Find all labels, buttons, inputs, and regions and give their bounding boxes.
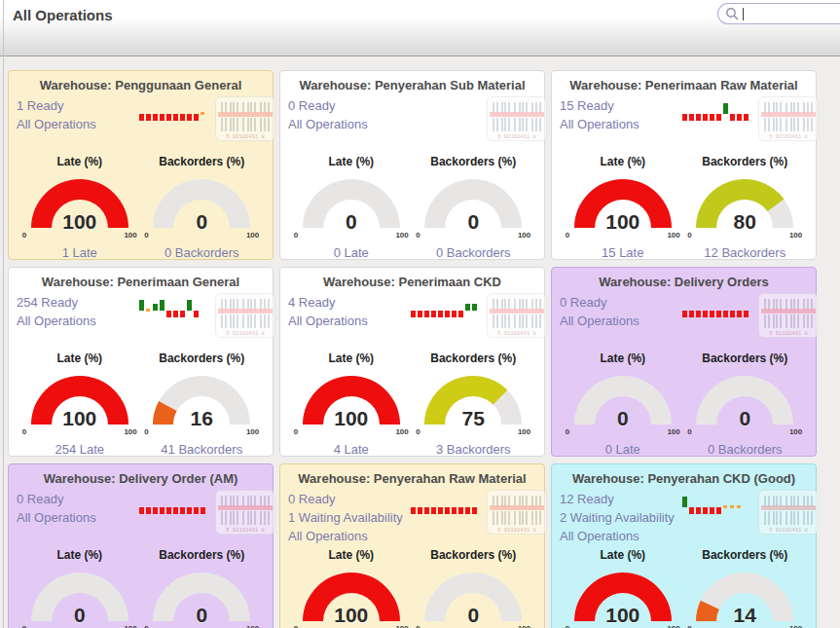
- card-link[interactable]: 0 Ready: [288, 492, 411, 506]
- card-link[interactable]: All Operations: [288, 117, 411, 131]
- backorders-gauge-chart: 0: [143, 568, 260, 623]
- barcode-image: 5 92102431 8: [487, 490, 547, 535]
- warehouse-kanban-card[interactable]: Warehouse: Penyerahan Sub Material 0 Rea…: [279, 70, 545, 260]
- backorders-gauge-value: 0: [686, 407, 803, 430]
- warehouse-kanban-card[interactable]: Warehouse: Penerimaan General 254 ReadyA…: [8, 267, 274, 457]
- backorders-gauge-chart: 0: [415, 174, 531, 230]
- card-link[interactable]: All Operations: [560, 529, 682, 543]
- activity-sparkline: [139, 495, 215, 528]
- operation-links: 0 ReadyAll Operations: [17, 490, 139, 544]
- card-link[interactable]: 4 Ready: [288, 295, 411, 310]
- backorders-gauge-chart: 75: [415, 371, 531, 426]
- laser-line: [490, 309, 544, 314]
- operation-links: 0 ReadyAll Operations: [560, 293, 682, 348]
- card-link[interactable]: All Operations: [17, 510, 139, 525]
- backorders-count-link[interactable]: 0 Backorders: [413, 245, 535, 260]
- backorders-count-link[interactable]: 12 Backorders: [684, 245, 807, 260]
- late-gauge-chart: 0: [565, 371, 681, 426]
- barcode-digits: 5 92102431 8: [497, 527, 536, 534]
- card-link[interactable]: All Operations: [560, 117, 682, 131]
- late-count-link[interactable]: 15 Late: [562, 245, 684, 260]
- late-count-link[interactable]: 0 Late: [290, 245, 413, 260]
- warehouse-kanban-card[interactable]: Warehouse: Delivery Orders 0 ReadyAll Op…: [551, 267, 817, 457]
- backorders-count-link[interactable]: 0 Backorders: [684, 442, 807, 457]
- card-link[interactable]: All Operations: [288, 314, 411, 328]
- warehouse-kanban-card[interactable]: Warehouse: Penerimaan CKD 4 ReadyAll Ope…: [279, 267, 545, 457]
- backorders-gauge: Backorders (%) 16 0 100 41 Backorders: [141, 350, 264, 457]
- laser-line: [218, 505, 273, 510]
- card-link[interactable]: 254 Ready: [17, 295, 139, 310]
- gauges-row: Late (%) 100 0 100 15 Late Backorders (%…: [560, 153, 808, 260]
- laser-line: [218, 309, 273, 314]
- operation-links: 0 Ready1 Waiting AvailabilityAll Operati…: [288, 490, 411, 544]
- late-gauge: Late (%) 0 0 100 0 Late: [562, 350, 684, 457]
- late-gauge-chart: 100: [565, 174, 681, 230]
- late-gauge-chart: 100: [21, 371, 138, 426]
- card-link[interactable]: All Operations: [17, 314, 139, 328]
- late-count-link[interactable]: 4 Late: [290, 442, 413, 457]
- card-link[interactable]: 12 Ready: [560, 492, 682, 506]
- card-title: Warehouse: Penyerahan CKD (Good): [560, 471, 808, 486]
- activity-sparkline: [139, 298, 215, 331]
- page-title: All Operations: [0, 0, 840, 23]
- backorders-gauge-chart: 0: [143, 174, 260, 230]
- warehouse-kanban-card[interactable]: Warehouse: Penyerahan Raw Material 0 Rea…: [279, 463, 545, 628]
- backorders-gauge-value: 0: [143, 604, 260, 627]
- card-title: Warehouse: Penerimaan CKD: [288, 275, 536, 289]
- warehouse-kanban-card[interactable]: Warehouse: Penggunaan General 1 ReadyAll…: [8, 70, 274, 260]
- gauges-row: Late (%) 100 0 100 1 Late Backorders (%)…: [17, 153, 265, 260]
- backorders-gauge-label: Backorders (%): [684, 351, 807, 365]
- gauges-row: Late (%) 0 0 100 Backorders (%) 0: [17, 546, 265, 628]
- laser-line: [490, 112, 544, 117]
- gauges-row: Late (%) 100 0 100 Backorders (%) 0: [288, 546, 536, 628]
- card-top: 1 ReadyAll Operations: [17, 96, 265, 151]
- late-gauge-label: Late (%): [562, 548, 684, 562]
- left-divider: [3, 0, 4, 628]
- card-link[interactable]: All Operations: [560, 314, 682, 328]
- card-link[interactable]: 1 Ready: [17, 98, 139, 113]
- late-count-link[interactable]: 0 Late: [562, 442, 684, 457]
- late-gauge-value: 0: [293, 210, 410, 234]
- late-gauge: Late (%) 100 0 100 4 Late: [290, 350, 413, 457]
- backorders-gauge: Backorders (%) 0 0 100 0 Backorders: [141, 153, 264, 260]
- backorders-gauge-value: 0: [415, 604, 531, 627]
- late-gauge-value: 100: [21, 407, 138, 430]
- backorders-count-link[interactable]: 3 Backorders: [413, 442, 535, 457]
- barcode-digits: 5 92102431 8: [226, 133, 265, 140]
- card-link[interactable]: All Operations: [288, 529, 411, 543]
- card-top: 254 ReadyAll Operations: [17, 293, 265, 348]
- late-gauge-label: Late (%): [18, 351, 141, 365]
- gauges-row: Late (%) 100 0 100 254 Late Backorders (…: [17, 350, 265, 457]
- late-count-link[interactable]: 254 Late: [18, 442, 141, 457]
- card-title: Warehouse: Penerimaan Raw Material: [560, 78, 808, 92]
- barcode-digits: 5 92102431 8: [497, 133, 536, 140]
- late-gauge-value: 100: [21, 210, 138, 234]
- card-title: Warehouse: Penyerahan Sub Material: [288, 78, 536, 92]
- barcode-image: 5 92102431 8: [487, 96, 547, 141]
- card-top: 0 ReadyAll Operations: [560, 293, 808, 348]
- warehouse-kanban-card[interactable]: Warehouse: Delivery Order (AM) 0 ReadyAl…: [8, 463, 274, 628]
- warehouse-kanban-card[interactable]: Warehouse: Penyerahan CKD (Good) 12 Read…: [551, 463, 817, 628]
- card-top: 0 ReadyAll Operations: [288, 96, 536, 151]
- card-link[interactable]: 1 Waiting Availability: [288, 510, 411, 525]
- late-gauge: Late (%) 100 0 100 254 Late: [18, 350, 141, 457]
- backorders-gauge-label: Backorders (%): [684, 548, 807, 562]
- backorders-count-link[interactable]: 0 Backorders: [141, 245, 264, 260]
- late-gauge-chart: 0: [21, 568, 138, 623]
- card-title: Warehouse: Penggunaan General: [17, 78, 265, 92]
- late-gauge-label: Late (%): [290, 548, 413, 562]
- card-link[interactable]: All Operations: [17, 117, 139, 131]
- late-gauge-value: 100: [565, 604, 681, 627]
- card-link[interactable]: 0 Ready: [288, 98, 411, 113]
- card-link[interactable]: 2 Waiting Availability: [560, 510, 682, 525]
- card-link[interactable]: 15 Ready: [560, 98, 682, 113]
- card-link[interactable]: 0 Ready: [560, 295, 682, 310]
- backorders-count-link[interactable]: 41 Backorders: [141, 442, 264, 457]
- late-count-link[interactable]: 1 Late: [18, 245, 141, 260]
- backorders-gauge-label: Backorders (%): [141, 351, 264, 365]
- barcode-image: 5 92102431 8: [215, 490, 275, 535]
- card-link[interactable]: 0 Ready: [17, 492, 139, 506]
- barcode-image: 5 92102431 8: [758, 96, 819, 141]
- search-input[interactable]: [717, 3, 840, 24]
- warehouse-kanban-card[interactable]: Warehouse: Penerimaan Raw Material 15 Re…: [551, 70, 817, 260]
